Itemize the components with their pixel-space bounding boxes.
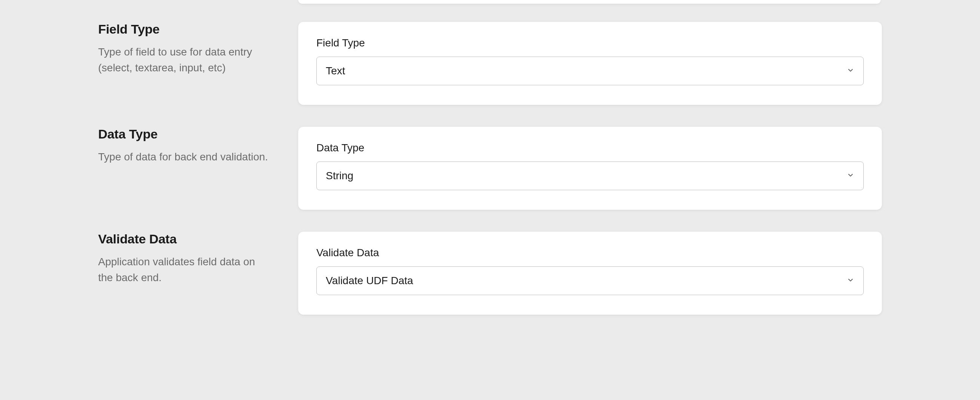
validate-data-description: Application validates field data on the …: [98, 254, 272, 286]
data-type-select-wrapper: String: [317, 162, 864, 190]
data-type-select[interactable]: String: [317, 162, 864, 190]
field-type-title: Field Type: [98, 22, 272, 37]
validate-data-title: Validate Data: [98, 232, 272, 246]
validate-data-field-label: Validate Data: [317, 247, 864, 259]
field-type-select-value: Text: [326, 65, 345, 77]
data-type-title: Data Type: [98, 127, 272, 141]
data-type-select-value: String: [326, 170, 353, 182]
field-type-label-block: Field Type Type of field to use for data…: [98, 22, 272, 105]
field-type-select[interactable]: Text: [317, 57, 864, 85]
field-type-select-wrapper: Text: [317, 57, 864, 85]
validate-data-label-block: Validate Data Application validates fiel…: [98, 232, 272, 315]
validate-data-select-value: Validate UDF Data: [326, 275, 413, 287]
validate-data-section: Validate Data Application validates fiel…: [98, 232, 882, 315]
field-type-card: Field Type Text: [298, 22, 882, 105]
data-type-card: Data Type String: [298, 127, 882, 210]
field-type-section: Field Type Type of field to use for data…: [98, 22, 882, 105]
field-type-field-label: Field Type: [317, 37, 864, 49]
validate-data-select-wrapper: Validate UDF Data: [317, 267, 864, 295]
validate-data-card: Validate Data Validate UDF Data: [298, 232, 882, 315]
data-type-description: Type of data for back end validation.: [98, 149, 272, 165]
previous-card-bottom: [298, 0, 881, 4]
data-type-section: Data Type Type of data for back end vali…: [98, 127, 882, 210]
data-type-label-block: Data Type Type of data for back end vali…: [98, 127, 272, 210]
validate-data-select[interactable]: Validate UDF Data: [317, 267, 864, 295]
field-type-description: Type of field to use for data entry (sel…: [98, 44, 272, 76]
data-type-field-label: Data Type: [317, 142, 864, 154]
